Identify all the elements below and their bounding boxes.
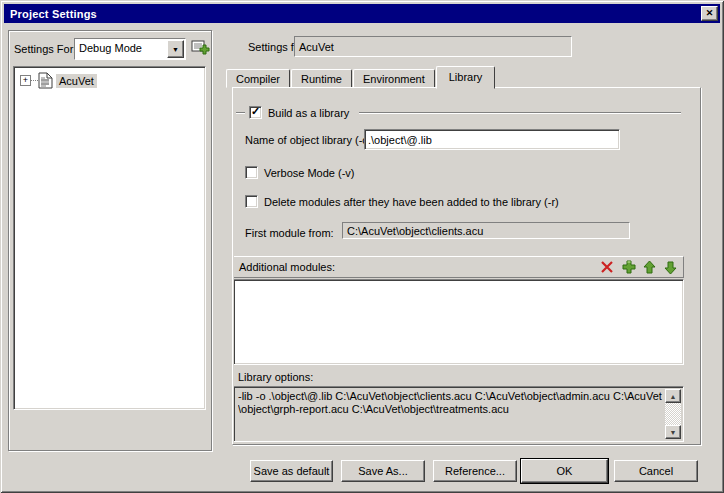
add-mode-button[interactable] (190, 39, 211, 59)
close-button[interactable]: ✕ (701, 6, 718, 21)
cancel-button[interactable]: Cancel (614, 460, 698, 482)
library-tab-page (232, 87, 701, 445)
settings-for-value: AcuVet (299, 41, 334, 53)
mode-dropdown-value: Debug Mode (75, 39, 166, 59)
tab-environment[interactable]: Environment (353, 69, 435, 88)
chevron-down-icon[interactable]: ▼ (167, 40, 184, 58)
settings-for-value-field: AcuVet (294, 36, 572, 57)
ok-button[interactable]: OK (521, 459, 608, 483)
mode-dropdown[interactable]: Debug Mode ▼ (74, 38, 186, 60)
window-title: Project Settings (4, 8, 97, 20)
tab-runtime[interactable]: Runtime (291, 69, 352, 88)
settings-for-left-label: Settings For: (14, 43, 76, 55)
project-settings-dialog: Project Settings ✕ Settings For: Debug M… (0, 0, 724, 493)
close-icon: ✕ (706, 9, 714, 18)
tab-strip: Compiler Runtime Environment Library (226, 65, 496, 88)
project-document-icon (38, 72, 53, 89)
tree-item-acuvet[interactable]: AcuVet (56, 74, 97, 88)
tree-connector (31, 80, 38, 81)
title-bar[interactable]: Project Settings (4, 4, 720, 23)
tree-row: + AcuVet (14, 67, 205, 89)
tree-expander-button[interactable]: + (20, 75, 31, 86)
project-tree[interactable]: + AcuVet (13, 66, 206, 410)
save-as-default-button[interactable]: Save as default (250, 460, 333, 482)
add-mode-icon (191, 39, 210, 59)
tab-compiler[interactable]: Compiler (226, 69, 290, 88)
tab-library[interactable]: Library (436, 66, 496, 89)
reference-button[interactable]: Reference... (433, 460, 517, 482)
save-as-button[interactable]: Save As... (341, 460, 425, 482)
